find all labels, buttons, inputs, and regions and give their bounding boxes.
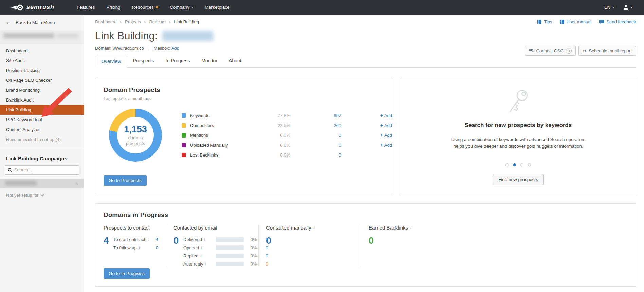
- info-icon[interactable]: i: [204, 237, 205, 242]
- sidebar-item-site-audit[interactable]: Site Audit: [0, 56, 84, 66]
- tab-overview[interactable]: Overview: [95, 56, 127, 68]
- tips-link[interactable]: Tips: [537, 19, 552, 24]
- progress-bar: [216, 245, 244, 250]
- tab-in-progress[interactable]: In Progress: [160, 55, 196, 67]
- go-to-prospects-button[interactable]: Go to Prospects: [104, 175, 147, 186]
- legend-swatch: [182, 123, 186, 128]
- sidebar-item-position-tracking[interactable]: Position Tracking: [0, 66, 84, 75]
- search-input[interactable]: [14, 167, 76, 172]
- info-icon[interactable]: i: [410, 225, 411, 230]
- carousel-dot[interactable]: [505, 163, 509, 166]
- info-icon[interactable]: i: [200, 253, 201, 258]
- carousel-dot[interactable]: [528, 163, 531, 166]
- contacted-manually-column: Contacted manually i 0: [258, 225, 361, 267]
- language-selector[interactable]: EN▾: [604, 5, 614, 10]
- sidebar: ← Back to Main Menu Dashboard Site Audit…: [0, 15, 84, 292]
- search-icon: [8, 168, 12, 172]
- notification-dot: [156, 6, 158, 8]
- to-follow-up-row: To follow upi 0: [113, 245, 158, 250]
- sidebar-item-link-building[interactable]: Link Building: [0, 105, 84, 115]
- opened-row: Openedi 0% 0: [183, 245, 268, 250]
- info-icon[interactable]: i: [314, 225, 315, 230]
- not-yet-setup-toggle[interactable]: Not yet setup for: [0, 188, 84, 202]
- earned-backlinks-total: 0: [369, 236, 374, 245]
- add-uploaded-button[interactable]: +Add: [341, 142, 392, 148]
- book-icon: [560, 19, 565, 24]
- nav-pricing[interactable]: Pricing: [106, 5, 120, 10]
- tab-prospects[interactable]: Prospects: [127, 55, 160, 67]
- progress-bar: [216, 262, 244, 266]
- domain-label: Domain:: [95, 45, 111, 51]
- breadcrumb-dashboard[interactable]: Dashboard: [95, 19, 117, 24]
- mailbox-add-link[interactable]: Add: [171, 45, 179, 51]
- info-icon[interactable]: i: [148, 237, 149, 242]
- schedule-email-report-button[interactable]: ✉ Schedule email report: [578, 46, 636, 56]
- domains-in-progress-card: Domains in Progress Prospects to contact…: [95, 203, 636, 287]
- campaign-list-item[interactable]: ★: [0, 179, 84, 188]
- nav-features[interactable]: Features: [77, 5, 95, 10]
- contacted-by-email-total: 0: [173, 236, 179, 267]
- delivered-row: Deliveredi 0% 0: [183, 237, 268, 242]
- plus-icon: +: [380, 132, 383, 138]
- user-icon: [623, 4, 629, 10]
- sidebar-item-content-analyzer[interactable]: Content Analyzer: [0, 125, 84, 134]
- add-mentions-button[interactable]: +Add: [341, 132, 392, 138]
- info-icon[interactable]: i: [201, 245, 202, 250]
- chevron-down-icon: ▾: [191, 5, 193, 9]
- nav-resources[interactable]: Resources: [132, 5, 159, 10]
- semrush-logo-icon: [10, 4, 24, 11]
- blurred-project-meta: [57, 34, 78, 38]
- legend-row-keywords: Keywords 77.8% 897 +Add: [182, 111, 392, 121]
- breadcrumb-projects[interactable]: Projects: [125, 19, 141, 24]
- sidebar-item-dashboard[interactable]: Dashboard: [0, 46, 84, 56]
- arrow-left-icon: ←: [6, 19, 12, 25]
- sidebar-item-on-page-seo-checker[interactable]: On Page SEO Checker: [0, 75, 84, 85]
- send-feedback-link[interactable]: Send feedback: [599, 19, 636, 24]
- sidebar-item-brand-monitoring[interactable]: Brand Monitoring: [0, 85, 84, 95]
- campaigns-section-title: Link Building Campaigns: [0, 149, 84, 165]
- connect-gsc-button[interactable]: Connect GSC 0: [525, 46, 576, 56]
- nav-marketplace[interactable]: Marketplace: [205, 5, 230, 10]
- plus-icon: +: [380, 142, 383, 148]
- add-keywords-button[interactable]: +Add: [341, 113, 392, 118]
- carousel-dots[interactable]: [505, 163, 531, 166]
- divider: [149, 46, 149, 51]
- breadcrumb-radcom[interactable]: Radcom: [149, 19, 165, 24]
- campaign-search[interactable]: [5, 165, 79, 175]
- tab-about[interactable]: About: [223, 55, 247, 67]
- legend-row-competitors: Competitors 22.5% 260 +Add: [182, 121, 392, 130]
- semrush-logo[interactable]: semrush: [10, 4, 54, 11]
- brand-name: semrush: [26, 4, 54, 11]
- carousel-dot[interactable]: [513, 163, 516, 166]
- carousel-dot[interactable]: [520, 163, 523, 166]
- legend-row-uploaded-manually: Uploaded Manually 0.0% 0 +Add: [182, 140, 392, 150]
- breadcrumb-separator: >: [120, 20, 122, 24]
- contacted-by-email-column: Contacted by email 0 Deliveredi 0% 0 O: [166, 225, 258, 267]
- user-menu[interactable]: ▾: [623, 4, 632, 10]
- info-icon[interactable]: i: [205, 261, 206, 267]
- add-competitors-button[interactable]: +Add: [341, 123, 392, 128]
- main-content: Dashboard > Projects > Radcom > Link Bui…: [84, 15, 644, 292]
- legend-swatch: [182, 143, 186, 147]
- donut-legend: Keywords 77.8% 897 +Add Competitors 22.5…: [182, 111, 392, 160]
- search-prospects-card: Search for new prospects by keywords Usi…: [401, 78, 636, 194]
- sidebar-item-recommended[interactable]: Recommended to set up (4): [0, 134, 84, 144]
- prospects-to-contact-total: 4: [104, 236, 109, 250]
- domain-prospects-card: Domain Prospects Last update: a month ag…: [95, 78, 392, 194]
- card-title: Domain Prospects: [104, 86, 384, 94]
- legend-row-mentions: Mentions 0.0% 0 +Add: [182, 130, 392, 140]
- progress-bar: [216, 237, 244, 242]
- user-manual-link[interactable]: User manual: [560, 19, 592, 24]
- info-icon[interactable]: i: [139, 245, 140, 250]
- star-icon[interactable]: ★: [75, 180, 79, 186]
- back-to-main-menu[interactable]: ← Back to Main Menu: [0, 15, 84, 30]
- tab-monitor[interactable]: Monitor: [196, 55, 223, 67]
- earned-backlinks-column: Earned Backlinks i 0: [361, 225, 627, 267]
- blurred-project-name: [3, 33, 54, 38]
- sidebar-item-backlink-audit[interactable]: Backlink Audit: [0, 95, 84, 105]
- find-new-prospects-button[interactable]: Find new prospects: [493, 174, 544, 185]
- nav-company[interactable]: Company▾: [170, 5, 193, 10]
- go-to-in-progress-button[interactable]: Go to In Progress: [104, 268, 150, 279]
- blurred-campaign-title: [162, 31, 213, 41]
- sidebar-item-ppc-keyword-tool[interactable]: PPC Keyword tool: [0, 115, 84, 125]
